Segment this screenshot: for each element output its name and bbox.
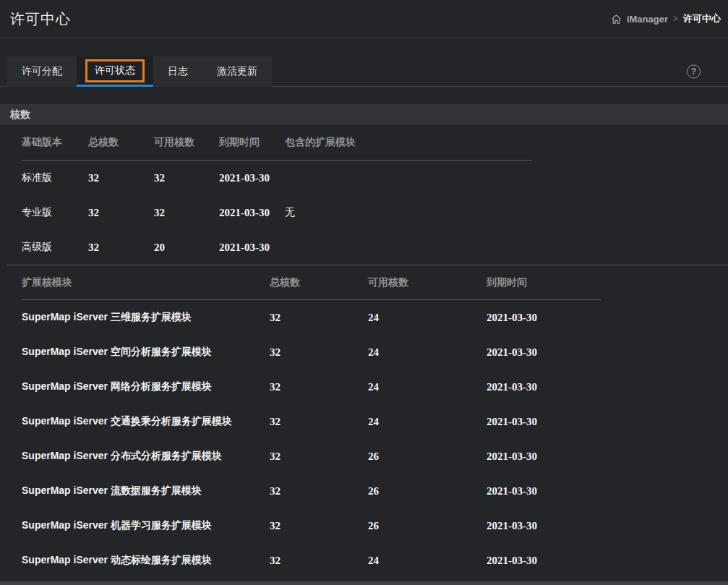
col-header-total-cores: 总核数 bbox=[270, 276, 368, 289]
cell-total-cores: 32 bbox=[270, 346, 368, 359]
tab-label: 许可状态 bbox=[85, 59, 145, 82]
cell-total-cores: 32 bbox=[270, 381, 368, 393]
cell-available-cores: 26 bbox=[368, 520, 487, 532]
col-header-total-cores: 总核数 bbox=[88, 136, 154, 149]
cell-edition: 高级版 bbox=[22, 241, 88, 254]
tab-activation-update[interactable]: 激活更新 bbox=[202, 56, 272, 87]
cell-total-cores: 32 bbox=[270, 416, 368, 428]
cell-module-name: SuperMap iServer 三维服务扩展模块 bbox=[22, 311, 270, 324]
section-title: 核数 bbox=[10, 108, 30, 121]
cell-available-cores: 32 bbox=[154, 207, 219, 219]
cell-module-name: SuperMap iServer 网络分析服务扩展模块 bbox=[22, 380, 270, 393]
cell-total-cores: 32 bbox=[88, 207, 154, 219]
help-glyph: ? bbox=[691, 67, 696, 77]
cell-module-name: SuperMap iServer 动态标绘服务扩展模块 bbox=[22, 554, 270, 567]
tab-license-status[interactable]: 许可状态 bbox=[77, 56, 153, 87]
cell-available-cores: 24 bbox=[368, 312, 487, 324]
tab-license-allocation[interactable]: 许可分配 bbox=[7, 56, 77, 87]
cell-total-cores: 32 bbox=[88, 172, 154, 184]
cell-available-cores: 20 bbox=[154, 242, 219, 254]
base-edition-table: 基础版本 总核数 可用核数 到期时间 包含的扩展模块 标准版 32 32 202… bbox=[22, 125, 532, 265]
table-row: 专业版 32 32 2021-03-30 无 bbox=[22, 195, 532, 230]
cell-expiry: 2021-03-30 bbox=[487, 485, 601, 498]
table-row: SuperMap iServer 分布式分析服务扩展模块 32 26 2021-… bbox=[22, 439, 601, 474]
table-row: SuperMap iServer 网络分析服务扩展模块 32 24 2021-0… bbox=[22, 370, 601, 404]
table-row: 高级版 32 20 2021-03-30 bbox=[22, 230, 532, 265]
cell-total-cores: 32 bbox=[270, 520, 368, 532]
cell-available-cores: 24 bbox=[368, 416, 487, 428]
col-header-available-cores: 可用核数 bbox=[154, 136, 219, 149]
col-header-expiry: 到期时间 bbox=[219, 136, 285, 149]
col-header-expiry: 到期时间 bbox=[487, 276, 601, 289]
table-row: SuperMap iServer 机器学习服务扩展模块 32 26 2021-0… bbox=[22, 508, 601, 543]
breadcrumb-item-license-center: 许可中心 bbox=[683, 12, 721, 25]
cell-edition: 标准版 bbox=[22, 171, 88, 184]
table-row: SuperMap iServer 交通换乘分析服务扩展模块 32 24 2021… bbox=[22, 404, 601, 439]
col-header-included-modules: 包含的扩展模块 bbox=[285, 136, 532, 149]
tab-label: 激活更新 bbox=[217, 65, 257, 78]
tab-label: 日志 bbox=[168, 65, 188, 78]
cell-total-cores: 32 bbox=[270, 485, 368, 498]
breadcrumb-item-imanager[interactable]: iManager bbox=[627, 14, 668, 25]
cell-included-modules: 无 bbox=[285, 206, 532, 219]
cell-available-cores: 24 bbox=[368, 555, 487, 567]
cell-module-name: SuperMap iServer 分布式分析服务扩展模块 bbox=[22, 450, 270, 463]
table-row: SuperMap iServer 空间分析服务扩展模块 32 24 2021-0… bbox=[22, 335, 601, 370]
cell-total-cores: 32 bbox=[270, 312, 368, 324]
cell-expiry: 2021-03-30 bbox=[487, 312, 601, 324]
cell-available-cores: 24 bbox=[368, 381, 487, 393]
tab-label: 许可分配 bbox=[22, 65, 62, 78]
home-icon[interactable] bbox=[611, 14, 622, 25]
cell-available-cores: 26 bbox=[368, 451, 487, 463]
table-header-row: 基础版本 总核数 可用核数 到期时间 包含的扩展模块 bbox=[22, 125, 532, 161]
col-header-available-cores: 可用核数 bbox=[368, 276, 487, 289]
table-row: SuperMap iServer 三维服务扩展模块 32 24 2021-03-… bbox=[22, 300, 601, 335]
col-header-extension-module: 扩展核模块 bbox=[22, 276, 270, 289]
breadcrumb-separator: > bbox=[673, 14, 678, 24]
tab-bar: 许可分配 许可状态 日志 激活更新 ? bbox=[0, 56, 728, 87]
cell-expiry: 2021-03-30 bbox=[487, 451, 601, 463]
cell-expiry: 2021-03-30 bbox=[219, 207, 285, 219]
cell-expiry: 2021-03-30 bbox=[487, 416, 601, 428]
cell-total-cores: 32 bbox=[270, 555, 368, 567]
help-icon[interactable]: ? bbox=[687, 64, 701, 78]
col-header-base-edition: 基础版本 bbox=[22, 136, 88, 149]
cell-expiry: 2021-03-30 bbox=[487, 520, 601, 532]
cell-module-name: SuperMap iServer 机器学习服务扩展模块 bbox=[22, 519, 270, 532]
cell-module-name: SuperMap iServer 空间分析服务扩展模块 bbox=[22, 346, 270, 359]
extension-module-table: 扩展核模块 总核数 可用核数 到期时间 SuperMap iServer 三维服… bbox=[22, 265, 601, 578]
cell-available-cores: 32 bbox=[154, 172, 219, 184]
bottom-scroll-strip[interactable] bbox=[0, 581, 728, 585]
table-row: SuperMap iServer 流数据服务扩展模块 32 26 2021-03… bbox=[22, 474, 601, 508]
cell-expiry: 2021-03-30 bbox=[219, 242, 285, 254]
cell-total-cores: 32 bbox=[270, 451, 368, 463]
breadcrumb: iManager > 许可中心 bbox=[611, 12, 721, 25]
cell-edition: 专业版 bbox=[22, 206, 88, 219]
cell-module-name: SuperMap iServer 交通换乘分析服务扩展模块 bbox=[22, 415, 270, 428]
tab-logs[interactable]: 日志 bbox=[153, 56, 202, 87]
cell-available-cores: 24 bbox=[368, 346, 487, 359]
cell-expiry: 2021-03-30 bbox=[487, 346, 601, 359]
cell-total-cores: 32 bbox=[88, 242, 154, 254]
page-header: 许可中心 iManager > 许可中心 bbox=[0, 0, 728, 38]
table-row: 标准版 32 32 2021-03-30 bbox=[22, 161, 532, 195]
cell-expiry: 2021-03-30 bbox=[487, 555, 601, 567]
table-header-row: 扩展核模块 总核数 可用核数 到期时间 bbox=[22, 265, 601, 300]
table-row: SuperMap iServer 动态标绘服务扩展模块 32 24 2021-0… bbox=[22, 543, 601, 578]
cell-expiry: 2021-03-30 bbox=[487, 381, 601, 393]
cell-module-name: SuperMap iServer 流数据服务扩展模块 bbox=[22, 484, 270, 498]
section-header-cores: 核数 bbox=[0, 104, 728, 125]
cell-expiry: 2021-03-30 bbox=[219, 172, 285, 184]
cell-available-cores: 26 bbox=[368, 485, 487, 498]
page-title: 许可中心 bbox=[10, 9, 71, 29]
